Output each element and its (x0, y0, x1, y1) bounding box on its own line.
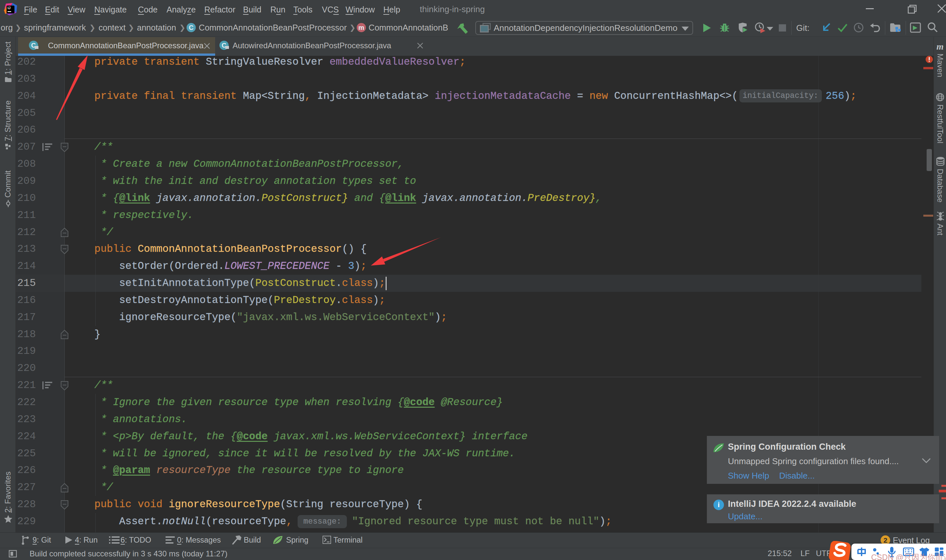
svg-text:IJ: IJ (8, 6, 11, 10)
